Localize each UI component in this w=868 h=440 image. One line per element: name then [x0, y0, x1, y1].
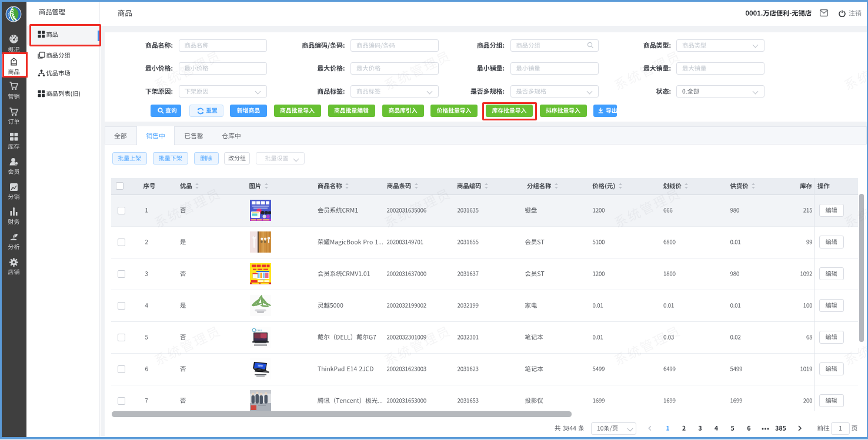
svg-text:NEW: NEW — [258, 365, 262, 367]
svg-text:DELL: DELL — [256, 329, 263, 332]
